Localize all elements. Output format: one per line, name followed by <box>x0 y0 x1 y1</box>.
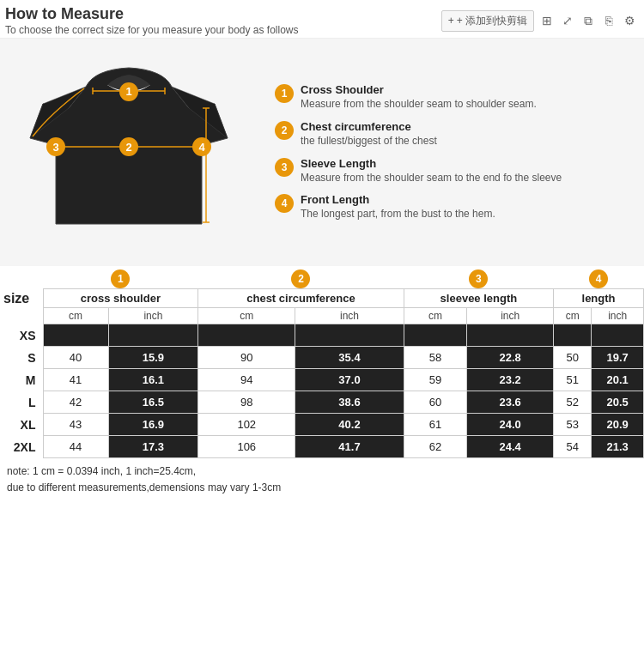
table-cell <box>108 324 198 347</box>
table-badge-2: 2 <box>291 269 310 288</box>
expand-icon[interactable]: ⤢ <box>560 13 575 28</box>
table-cell: 21.3 <box>592 436 644 458</box>
badge-1: 1 <box>275 84 294 103</box>
header: How to Measure To choose the correct siz… <box>0 0 644 39</box>
toolbar: + + 添加到快剪辑 ⊞ ⤢ ⧉ ⎘ ⚙ <box>441 10 637 32</box>
table-cell: 15.9 <box>108 347 198 369</box>
table-cell <box>592 324 644 347</box>
table-cell: 37.0 <box>295 369 404 391</box>
page-wrapper: How to Measure To choose the correct siz… <box>0 0 644 501</box>
anno-2-desc: the fullest/biggest of the chest <box>301 134 437 148</box>
add-label: + 添加到快剪辑 <box>457 14 527 28</box>
col-header-row: size cross shoulder chest circumference … <box>0 289 644 308</box>
size-label: L <box>0 391 43 414</box>
annotation-1: 1 Cross Shoulder Measure from the should… <box>275 83 627 112</box>
table-cell: 106 <box>198 436 295 458</box>
annotation-3: 3 Sleeve Length Measure from the shoulde… <box>275 157 627 185</box>
table-cell <box>198 324 295 347</box>
note-line-2: due to different measurements,demensions… <box>7 480 637 496</box>
table-cell: 17.3 <box>108 436 198 458</box>
table-badge-1: 1 <box>111 269 130 288</box>
size-label: M <box>0 369 43 391</box>
anno-3-desc: Measure from the shoulder seam to the en… <box>301 171 562 185</box>
g1-cm: cm <box>43 308 108 324</box>
grid-icon[interactable]: ⊞ <box>539 13 555 28</box>
col-group-3-header: sleevee length <box>404 289 553 308</box>
g3-inch: inch <box>467 308 554 324</box>
size-label: XS <box>0 324 43 347</box>
table-badge-4: 4 <box>589 269 608 288</box>
table-cell: 41 <box>43 369 108 391</box>
table-cell: 62 <box>404 436 466 458</box>
table-cell: 41.7 <box>295 436 404 458</box>
annotations-list: 1 Cross Shoulder Measure from the should… <box>266 83 627 221</box>
col-group-1-header: cross shoulder <box>43 289 198 308</box>
table-cell: 40.2 <box>295 414 404 436</box>
anno-4-desc: The longest part, from the bust to the h… <box>301 207 495 221</box>
table-cell <box>554 324 592 347</box>
anno-3-title: Sleeve Length <box>301 157 562 170</box>
add-icon: + <box>448 15 454 27</box>
page-title: How to Measure <box>5 5 299 23</box>
table-row: M4116.19437.05923.25120.1 <box>0 369 644 391</box>
add-to-clip-button[interactable]: + + 添加到快剪辑 <box>441 10 534 32</box>
g2-inch: inch <box>295 308 404 324</box>
anno-1-desc: Measure from the shoulder seam to should… <box>301 97 537 112</box>
table-cell: 53 <box>554 414 592 436</box>
size-table: 1 2 3 4 size <box>0 266 644 458</box>
share-icon[interactable]: ⎘ <box>601 13 617 28</box>
table-cell: 24.4 <box>467 436 554 458</box>
table-cell <box>295 324 404 347</box>
anno-2-title: Chest circumference <box>301 120 437 133</box>
table-cell: 38.6 <box>295 391 404 414</box>
badge-3: 3 <box>275 158 294 177</box>
table-cell: 43 <box>43 414 108 436</box>
svg-text:2: 2 <box>125 141 131 154</box>
g2-cm: cm <box>198 308 295 324</box>
table-row: S4015.99035.45822.85019.7 <box>0 347 644 369</box>
sweater-diagram: 1 2 3 4 <box>17 52 240 252</box>
col-group-4-header: length <box>554 289 644 308</box>
annotation-2: 2 Chest circumference the fullest/bigges… <box>275 120 627 148</box>
table-badge-3: 3 <box>469 269 488 288</box>
table-cell: 90 <box>198 347 295 369</box>
table-cell: 22.8 <box>467 347 554 369</box>
table-cell: 42 <box>43 391 108 414</box>
table-cell <box>467 324 554 347</box>
svg-text:4: 4 <box>198 141 205 154</box>
size-label: XL <box>0 414 43 436</box>
table-cell: 19.7 <box>592 347 644 369</box>
table-cell: 50 <box>554 347 592 369</box>
note-line-1: note: 1 cm = 0.0394 inch, 1 inch=25.4cm, <box>7 463 637 480</box>
table-row: L4216.59838.66023.65220.5 <box>0 391 644 414</box>
badge-cell-2: 2 <box>198 266 404 289</box>
size-col-header: size <box>0 289 43 308</box>
size-label: S <box>0 347 43 369</box>
svg-text:3: 3 <box>52 141 58 154</box>
table-cell: 23.2 <box>467 369 554 391</box>
table-cell: 20.5 <box>592 391 644 414</box>
anno-4-title: Front Length <box>301 193 495 206</box>
table-cell <box>404 324 466 347</box>
header-left: How to Measure To choose the correct siz… <box>5 5 299 36</box>
table-row: XS <box>0 324 644 347</box>
badge-cell-1: 1 <box>43 266 198 289</box>
g4-cm: cm <box>554 308 592 324</box>
sub-header-row: cm inch cm inch cm inch cm inch <box>0 308 644 324</box>
g3-cm: cm <box>404 308 466 324</box>
col-group-2-header: chest circumference <box>198 289 404 308</box>
table-row: XL4316.910240.26124.05320.9 <box>0 414 644 436</box>
anno-1-title: Cross Shoulder <box>301 83 537 96</box>
badge-4: 4 <box>275 194 294 213</box>
size-table-section: 1 2 3 4 size <box>0 266 644 458</box>
badge-2: 2 <box>275 121 294 140</box>
copy-icon[interactable]: ⧉ <box>580 13 596 28</box>
badge-cell-3: 3 <box>404 266 553 289</box>
badge-row: 1 2 3 4 <box>0 266 644 289</box>
g1-inch: inch <box>108 308 198 324</box>
table-cell: 20.1 <box>592 369 644 391</box>
settings-icon[interactable]: ⚙ <box>622 13 637 28</box>
diagram-section: 1 2 3 4 1 Cross Shoulder Measure from th… <box>0 39 644 266</box>
table-cell: 16.1 <box>108 369 198 391</box>
svg-text:1: 1 <box>125 85 131 98</box>
